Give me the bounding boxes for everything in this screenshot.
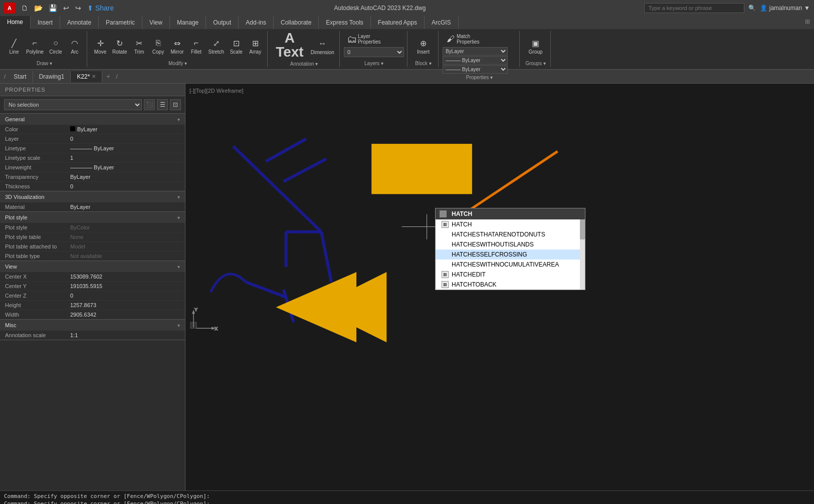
center-x-value[interactable]: 153089.7602 (70, 274, 180, 280)
tab-view[interactable]: View (142, 16, 170, 29)
mirror-button[interactable]: ⇔ Mirror (168, 36, 186, 56)
general-chevron: ▾ (177, 117, 180, 122)
fillet-button[interactable]: ⌐ Fillet (187, 36, 206, 56)
width-value[interactable]: 2905.6342 (70, 312, 180, 318)
array-button[interactable]: ⊞ Array (246, 36, 264, 56)
properties-toggle-btn[interactable]: ⊡ (170, 99, 181, 110)
prop-center-y: Center Y 191035.5915 (0, 282, 185, 291)
selection-dropdown[interactable]: No selection (4, 99, 142, 110)
rotate-button[interactable]: ↻ Rotate (110, 36, 129, 56)
layer-select[interactable]: 0 (344, 47, 404, 57)
height-value[interactable]: 1257.8673 (70, 302, 180, 308)
tab-collaborate[interactable]: Collaborate (274, 16, 319, 29)
tab-home[interactable]: Home (0, 16, 31, 29)
center-z-value[interactable]: 0 (70, 293, 180, 299)
block-group-label: Block ▾ (415, 60, 431, 66)
user-avatar-icon: 👤 (760, 5, 767, 12)
linetype-select[interactable]: ——— ByLayer (443, 56, 508, 65)
autocomplete-list[interactable]: ⊠ HATCH HATCHESTHATARENOTDONUTS HATCHESW… (436, 219, 585, 290)
color-value[interactable]: ByLayer (70, 126, 180, 132)
material-value[interactable]: ByLayer (70, 204, 180, 210)
trim-icon: ✂ (133, 37, 145, 49)
center-y-value[interactable]: 191035.5915 (70, 283, 180, 289)
dimension-button[interactable]: ↔ Dimension (309, 37, 336, 56)
misc-section: Misc ▾ Annotation scale 1:1 (0, 320, 185, 340)
ac-item-hatcheswithnocumulativearea[interactable]: HATCHESWITHNOCUMULATIVEAREA (436, 260, 580, 270)
ac-item-hatcheswithoutislands[interactable]: HATCHESWITHOUTISLANDS (436, 239, 580, 249)
line-button[interactable]: ╱ Line (5, 36, 23, 56)
scale-button[interactable]: ⊡ Scale (227, 36, 245, 56)
tab-insert[interactable]: Insert (31, 16, 60, 29)
match-properties-button[interactable]: 🖌 MatchProperties (443, 32, 482, 46)
transparency-value[interactable]: ByLayer (70, 174, 180, 180)
arc-button[interactable]: ◠ Arc (66, 36, 84, 56)
color-select[interactable]: ByLayer (443, 47, 508, 56)
save-icon[interactable]: 💾 (47, 3, 59, 13)
tab-parametric[interactable]: Parametric (99, 16, 142, 29)
ac-item-hatchedit[interactable]: ⊠ HATCHEDIT (436, 270, 580, 280)
text-button[interactable]: A Text (272, 32, 308, 60)
tab-start[interactable]: Start (8, 71, 33, 82)
3d-section-header[interactable]: 3D Visualization ▾ (0, 191, 185, 202)
plot-style-section-header[interactable]: Plot style ▾ (0, 212, 185, 223)
properties-panel: PROPERTIES No selection ⬛ ☰ ⊡ General ▾ … (0, 84, 185, 490)
stretch-button[interactable]: ⤢ Stretch (207, 36, 227, 56)
ac-item-hatch[interactable]: ⊠ HATCH (436, 219, 580, 229)
tab-arcgis[interactable]: ArcGIS (425, 16, 459, 29)
linetype-scale-value[interactable]: 1 (70, 155, 180, 161)
tab-add-ins[interactable]: Add-ins (239, 16, 274, 29)
thickness-value[interactable]: 0 (70, 183, 180, 189)
linetype-value[interactable]: ———— ByLayer (70, 145, 180, 151)
redo-icon[interactable]: ↪ (73, 3, 83, 13)
lineweight-select[interactable]: ——— ByLayer (443, 65, 508, 74)
trim-button[interactable]: ✂ Trim (130, 36, 148, 56)
misc-section-header[interactable]: Misc ▾ (0, 320, 185, 331)
autocomplete-scrollbar[interactable] (580, 219, 585, 290)
canvas-area[interactable]: [-][Top][2D Wireframe] (185, 84, 814, 490)
tab-k22-close[interactable]: ✕ (92, 74, 96, 79)
tab-featured-apps[interactable]: Featured Apps (371, 16, 425, 29)
tab-annotate[interactable]: Annotate (60, 16, 99, 29)
trim-label: Trim (134, 49, 144, 55)
insert-button[interactable]: ⊕ Insert (414, 36, 432, 56)
plot-table-label: Plot style table (5, 234, 70, 240)
tab-output[interactable]: Output (206, 16, 239, 29)
lineweight-value[interactable]: ———— ByLayer (70, 164, 180, 170)
select-filter-btn[interactable]: ☰ (157, 99, 168, 110)
group-button[interactable]: ▣ Group (526, 36, 544, 56)
prop-plot-table: Plot style table None (0, 232, 185, 242)
ac-item-hatchesselfcrossing[interactable]: HATCHESSELFCROSSING (436, 249, 580, 260)
tab-drawing1[interactable]: Drawing1 (33, 71, 71, 82)
svg-text:X: X (215, 326, 218, 331)
move-icon: ✛ (94, 37, 106, 49)
share-button[interactable]: ⬆ Share (85, 3, 116, 13)
search-icon[interactable]: 🔍 (748, 5, 756, 12)
ac-item-hatchtoback[interactable]: ⊠ HATCHTOBACK (436, 280, 580, 290)
plot-table-value: None (70, 234, 180, 240)
open-icon[interactable]: 📂 (32, 3, 45, 13)
new-tab-btn[interactable]: + (102, 73, 114, 80)
user-menu-icon[interactable]: ▼ (804, 5, 810, 12)
general-section-header[interactable]: General ▾ (0, 114, 185, 125)
misc-label: Misc (5, 322, 17, 328)
search-input[interactable] (644, 3, 744, 13)
prop-height: Height 1257.8673 (0, 301, 185, 310)
copy-button[interactable]: ⎘ Copy (149, 36, 167, 56)
tab-express-tools[interactable]: Express Tools (319, 16, 370, 29)
new-icon[interactable]: 🗋 (19, 3, 30, 13)
tab-k22[interactable]: K22* ✕ (71, 71, 102, 82)
layer-properties-button[interactable]: 🗂 LayerProperties (344, 32, 383, 46)
quick-select-btn[interactable]: ⬛ (144, 99, 155, 110)
view-section-header[interactable]: View ▾ (0, 261, 185, 272)
annotation-scale-value[interactable]: 1:1 (70, 332, 180, 338)
tab-manage[interactable]: Manage (170, 16, 206, 29)
move-button[interactable]: ✛ Move (91, 36, 109, 56)
polyline-button[interactable]: ⌐ Polyline (24, 36, 46, 56)
ribbon-collapse-btn[interactable]: ⊞ (801, 16, 814, 29)
undo-icon[interactable]: ↩ (61, 3, 71, 13)
scale-icon: ⊡ (230, 37, 242, 49)
ac-item-hatchesthatarenotdonuts[interactable]: HATCHESTHATARENOTDONUTS (436, 229, 580, 239)
layer-prop-value[interactable]: 0 (70, 136, 180, 142)
circle-button[interactable]: ○ Circle (47, 36, 65, 56)
copy-label: Copy (152, 49, 164, 55)
